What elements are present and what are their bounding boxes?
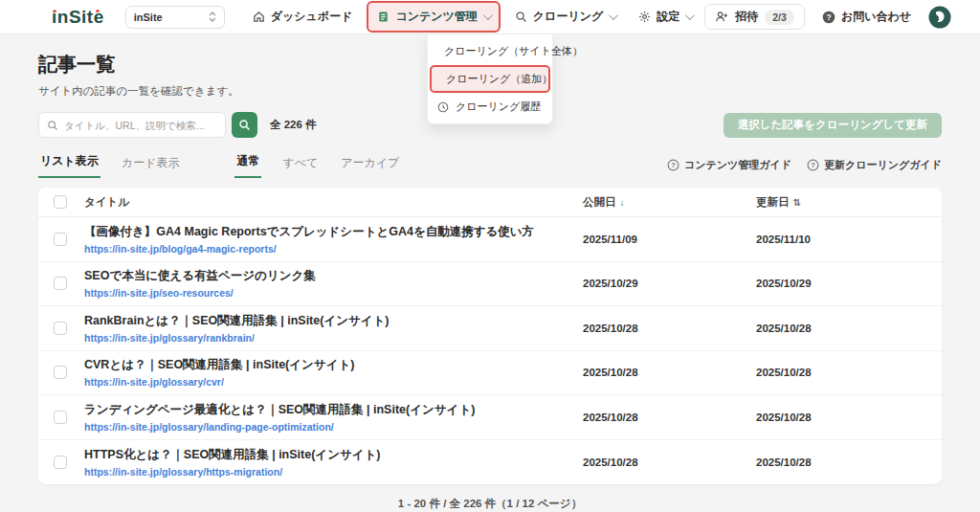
- published-date: 2025/10/28: [583, 323, 748, 334]
- svg-text:?: ?: [811, 161, 815, 169]
- article-url-link[interactable]: https://in-site.jp/glossary/https-migrat…: [84, 466, 575, 478]
- content-management-dropdown: クローリング（サイト全体） クローリング（追加） クローリング履歴: [427, 34, 553, 124]
- svg-text:?: ?: [671, 161, 676, 169]
- tabs-row: リスト表示 カード表示 通常 すべて アーカイブ ? コンテンツ管理ガイド ? …: [38, 153, 942, 178]
- published-date: 2025/10/28: [583, 412, 748, 423]
- sort-desc-icon: ↓: [620, 197, 625, 208]
- article-url-link[interactable]: https://in-site.jp/seo-resources/: [84, 287, 575, 299]
- updated-date: 2025/10/29: [756, 278, 926, 289]
- articles-table: タイトル 公開日 ↓ 更新日 ⇅ 【画像付き】GA4 Magic Reports…: [38, 188, 942, 484]
- select-all-checkbox[interactable]: [54, 195, 67, 209]
- search-input[interactable]: [64, 120, 217, 131]
- table-row: 【画像付き】GA4 Magic ReportsでスプレッドシートとGA4を自動連…: [38, 217, 942, 262]
- nav-content-management[interactable]: コンテンツ管理: [367, 1, 500, 33]
- chevron-down-icon: [483, 11, 493, 20]
- nav-settings[interactable]: 設定: [630, 3, 701, 31]
- search-button[interactable]: [232, 112, 257, 138]
- nav-dashboard[interactable]: ダッシュボード: [244, 3, 362, 31]
- column-header-title: タイトル: [84, 195, 575, 210]
- tab-filter-archive[interactable]: アーカイブ: [339, 155, 401, 178]
- table-row: CVRとは？｜SEO関連用語集 | inSite(インサイト) https://…: [38, 351, 942, 396]
- nav-settings-label: 設定: [657, 9, 679, 25]
- article-cell: 【画像付き】GA4 Magic ReportsでスプレッドシートとGA4を自動連…: [84, 224, 575, 255]
- nav-content-management-label: コンテンツ管理: [395, 9, 477, 25]
- menu-crawl-whole-site[interactable]: クローリング（サイト全体）: [428, 37, 552, 65]
- person-plus-icon: [715, 11, 728, 23]
- row-checkbox[interactable]: [54, 233, 67, 246]
- logo-accent-dot: [54, 10, 57, 13]
- article-url-link[interactable]: https://in-site.jp/blog/ga4-magic-report…: [84, 243, 575, 255]
- topbar-right: 招待 2/3 ? お問い合わせ: [704, 4, 951, 30]
- main-nav: ダッシュボード コンテンツ管理 クローリング 設定: [244, 1, 702, 33]
- article-title-link[interactable]: ランディングページ最適化とは？｜SEO関連用語集 | inSite(インサイト): [84, 402, 575, 418]
- row-checkbox[interactable]: [54, 456, 67, 469]
- invite-label: 招待: [735, 9, 758, 25]
- history-clock-icon: [437, 101, 449, 113]
- home-icon: [253, 11, 265, 23]
- question-circle-icon: ?: [807, 159, 819, 171]
- site-selector-value: inSite: [134, 11, 163, 23]
- table-row: HTTPS化とは？｜SEO関連用語集 | inSite(インサイト) https…: [38, 440, 942, 485]
- published-date: 2025/10/28: [583, 367, 748, 378]
- document-icon: [377, 11, 390, 23]
- article-url-link[interactable]: https://in-site.jp/glossary/cvr/: [84, 376, 575, 388]
- search-icon: [515, 11, 527, 23]
- published-date: 2025/10/29: [583, 278, 748, 289]
- menu-crawl-history[interactable]: クローリング履歴: [428, 93, 552, 121]
- updated-date: 2025/10/28: [756, 367, 926, 378]
- nav-crawling-label: クローリング: [533, 9, 603, 25]
- bulk-crawl-update-button[interactable]: 選択した記事をクローリングして更新: [724, 113, 942, 138]
- updated-date: 2025/10/28: [756, 323, 926, 334]
- invite-button[interactable]: 招待 2/3: [704, 4, 805, 30]
- menu-crawl-add[interactable]: クローリング（追加）: [430, 65, 550, 93]
- user-avatar[interactable]: [928, 6, 951, 29]
- topbar: inSite inSite ダッシュボード コンテンツ管理 クローリング 設定: [0, 0, 980, 34]
- pagination-summary: 1 - 20 件 / 全 226 件（1 / 12 ページ）: [38, 497, 942, 511]
- article-cell: ランディングページ最適化とは？｜SEO関連用語集 | inSite(インサイト)…: [84, 402, 575, 433]
- nav-crawling[interactable]: クローリング: [506, 3, 624, 31]
- article-title-link[interactable]: CVRとは？｜SEO関連用語集 | inSite(インサイト): [84, 357, 575, 373]
- chevron-down-icon: [685, 11, 695, 20]
- guide-links: ? コンテンツ管理ガイド ? 更新クローリングガイド: [667, 158, 942, 178]
- article-cell: RankBrainとは？｜SEO関連用語集 | inSite(インサイト) ht…: [84, 313, 575, 344]
- updated-date: 2025/10/28: [756, 456, 926, 468]
- updated-date: 2025/10/28: [756, 412, 926, 423]
- row-checkbox[interactable]: [54, 411, 67, 424]
- question-circle-icon: ?: [822, 11, 835, 24]
- article-url-link[interactable]: https://in-site.jp/glossary/landing-page…: [84, 421, 575, 433]
- tab-filter-all[interactable]: すべて: [280, 155, 320, 178]
- update-crawl-guide-link[interactable]: ? 更新クローリングガイド: [807, 158, 942, 172]
- article-title-link[interactable]: SEOで本当に使える有益ページのリンク集: [84, 268, 575, 284]
- logo-accent-dot: [96, 10, 100, 13]
- article-title-link[interactable]: 【画像付き】GA4 Magic ReportsでスプレッドシートとGA4を自動連…: [84, 224, 575, 240]
- question-circle-icon: ?: [667, 159, 679, 171]
- row-checkbox[interactable]: [54, 277, 67, 290]
- nav-dashboard-label: ダッシュボード: [271, 9, 353, 25]
- article-url-link[interactable]: https://in-site.jp/glossary/rankbrain/: [84, 332, 575, 344]
- article-title-link[interactable]: RankBrainとは？｜SEO関連用語集 | inSite(インサイト): [84, 313, 575, 329]
- invite-quota-badge: 2/3: [765, 10, 794, 25]
- row-checkbox[interactable]: [54, 366, 67, 379]
- tab-list-view[interactable]: リスト表示: [38, 153, 100, 178]
- site-selector[interactable]: inSite: [125, 6, 225, 29]
- column-header-updated[interactable]: 更新日 ⇅: [756, 195, 926, 210]
- contact-label: お問い合わせ: [841, 9, 911, 25]
- article-cell: SEOで本当に使える有益ページのリンク集 https://in-site.jp/…: [84, 268, 575, 299]
- gear-icon: [638, 11, 651, 23]
- published-date: 2025/10/28: [583, 456, 748, 468]
- article-title-link[interactable]: HTTPS化とは？｜SEO関連用語集 | inSite(インサイト): [84, 447, 575, 463]
- content-management-guide-link[interactable]: ? コンテンツ管理ガイド: [667, 158, 791, 172]
- select-updown-icon: [209, 11, 216, 22]
- tab-filter-normal[interactable]: 通常: [234, 153, 261, 178]
- published-date: 2025/11/09: [583, 234, 748, 245]
- article-cell: HTTPS化とは？｜SEO関連用語集 | inSite(インサイト) https…: [84, 447, 575, 478]
- column-header-published[interactable]: 公開日 ↓: [583, 195, 748, 210]
- search-field: [38, 112, 226, 138]
- table-row: RankBrainとは？｜SEO関連用語集 | inSite(インサイト) ht…: [38, 306, 942, 351]
- table-row: SEOで本当に使える有益ページのリンク集 https://in-site.jp/…: [38, 262, 942, 307]
- chevron-down-icon: [609, 11, 618, 20]
- contact-button[interactable]: ? お問い合わせ: [822, 9, 911, 25]
- search-icon: [238, 119, 251, 131]
- tab-card-view[interactable]: カード表示: [120, 155, 182, 178]
- row-checkbox[interactable]: [54, 322, 67, 335]
